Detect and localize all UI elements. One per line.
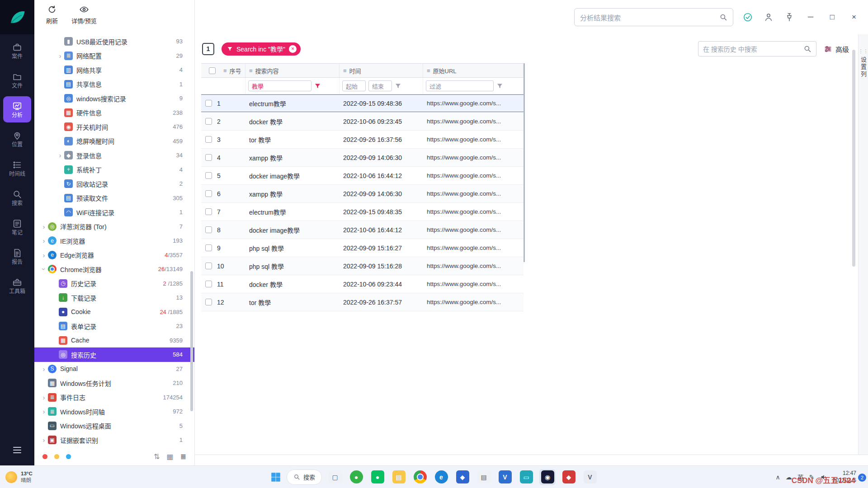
time-funnel-icon[interactable] [395, 83, 401, 89]
row-checkbox[interactable] [205, 299, 212, 305]
taskbar-search[interactable]: 搜索 [287, 469, 322, 485]
column-header-0[interactable]: ≡序号 [201, 64, 245, 77]
chevron-right-icon[interactable]: › [40, 394, 48, 401]
close-button[interactable]: × [847, 13, 861, 22]
advanced-button[interactable]: 高级 [824, 44, 849, 54]
taskbar-app-file-explorer[interactable]: ▤ [391, 469, 407, 485]
table-row[interactable]: 9php sql 教學2022-09-09 15:16:27https://ww… [201, 239, 524, 257]
table-row[interactable]: 7electrum教學2022-09-15 09:48:35https://ww… [201, 203, 524, 221]
sidebar-item-notes[interactable]: 笔记 [3, 214, 31, 240]
row-checkbox[interactable] [205, 172, 212, 179]
weather-widget[interactable]: 13°C 晴朗 [5, 470, 33, 483]
tree-item-screen-wake[interactable]: ◐熄屏唤醒时间459 [34, 134, 194, 149]
row-checkbox[interactable] [205, 244, 212, 251]
global-search-input[interactable]: 分析结果搜索 [574, 8, 733, 26]
clock[interactable]: 12:47 2022/11/5 [833, 470, 857, 484]
sidebar-item-search[interactable]: 搜索 [3, 184, 31, 211]
tree-item-search-history[interactable]: ◎搜索历史584 [34, 347, 194, 362]
table-row[interactable]: 11docker 教學2022-10-06 09:23:44https://ww… [201, 275, 524, 293]
row-checkbox[interactable] [205, 100, 212, 107]
send-status-button[interactable] [741, 11, 754, 23]
select-all-checkbox[interactable] [209, 67, 216, 74]
tray-cloud[interactable]: ☁ [786, 474, 792, 481]
filter-chip[interactable]: Search inc "教學" × [222, 42, 301, 56]
tray-pen[interactable]: ✎ [809, 474, 815, 481]
taskbar-app-forensic-tool[interactable]: ◉ [539, 469, 556, 485]
column-header-3[interactable]: ≡原始URL [423, 64, 524, 77]
tree-item-evidence-nested[interactable]: ›▣证据嵌套识别1 [34, 433, 194, 447]
tray-chevron-up[interactable]: ∧ [776, 474, 780, 481]
table-row[interactable]: 5docker image教學2022-10-06 16:44:12https:… [201, 167, 524, 185]
sidebar-item-analysis[interactable]: 分析 [3, 96, 31, 122]
pin-button[interactable] [783, 11, 796, 23]
sidebar-item-location[interactable]: 位置 [3, 126, 31, 152]
table-row[interactable]: 2docker 教學2022-10-06 09:23:45https://www… [201, 113, 524, 131]
row-checkbox[interactable] [205, 226, 212, 233]
url-funnel-icon[interactable] [496, 83, 503, 89]
row-checkbox[interactable] [205, 136, 212, 143]
row-checkbox[interactable] [205, 263, 212, 269]
list-view-icon[interactable]: ≣ [180, 452, 186, 461]
table-row[interactable]: 8docker image教學2022-10-06 16:44:12https:… [201, 221, 524, 239]
grid-view-icon[interactable]: ▦ [166, 452, 173, 461]
minimize-button[interactable]: ─ [804, 13, 817, 22]
table-row[interactable]: 1electrum教學2022-09-15 09:48:36https://ww… [201, 94, 524, 113]
user-button[interactable] [762, 11, 775, 23]
row-checkbox[interactable] [205, 154, 212, 161]
chip-close-icon[interactable]: × [289, 45, 297, 53]
chevron-right-icon[interactable]: › [40, 365, 48, 373]
split-view-icon[interactable]: ⇅ [154, 452, 160, 461]
sidebar-item-toolbox[interactable]: 工具箱 [3, 272, 31, 299]
tree-item-form-records[interactable]: ▤表单记录23 [34, 319, 194, 333]
sidebar-item-case[interactable]: 案件 [3, 38, 31, 64]
tree-item-edge-browser[interactable]: ›eEdge浏览器4/3557 [34, 248, 194, 263]
column-header-1[interactable]: ≡搜索内容 [245, 64, 340, 77]
chevron-right-icon[interactable]: › [40, 436, 48, 444]
table-search-input[interactable]: 在 搜索历史 中搜索 [698, 41, 816, 56]
tray-speaker[interactable] [820, 474, 827, 481]
taskbar-app-wps[interactable]: ◆ [454, 469, 471, 485]
tree-item-ie-browser[interactable]: ›eIE浏览器193 [34, 234, 194, 248]
maximize-button[interactable]: □ [826, 13, 839, 22]
sidebar-item-files[interactable]: 文件 [3, 67, 31, 93]
search-icon[interactable] [803, 45, 811, 53]
taskbar-app-v-app[interactable]: V [497, 469, 513, 485]
tree-item-recycle-bin[interactable]: ↻回收站记录2 [34, 177, 194, 191]
chevron-down-icon[interactable]: › [40, 265, 48, 273]
content-funnel-icon[interactable] [314, 83, 321, 89]
tree-item-power-time[interactable]: ◉开关机时间476 [34, 120, 194, 134]
row-checkbox[interactable] [205, 208, 212, 215]
row-checkbox[interactable] [205, 190, 212, 197]
tree-item-cache[interactable]: ▦Cache9359 [34, 333, 194, 348]
yellow-dot[interactable] [54, 454, 59, 459]
tree-item-history[interactable]: ◷历史记录2 /1285 [34, 277, 194, 291]
tree-item-usb-recent[interactable]: ▮USB最近使用记录93 [34, 34, 194, 49]
taskbar-app-edge[interactable]: e [433, 469, 449, 485]
tree-item-network-share[interactable]: ▥网络共享4 [34, 63, 194, 77]
taskbar-app-task-view[interactable]: ▢ [327, 469, 343, 485]
chevron-right-icon[interactable]: › [40, 251, 48, 259]
tree-item-cookie[interactable]: ●Cookie24 /1885 [34, 305, 194, 319]
content-filter-input[interactable]: 教學 [248, 80, 311, 91]
refresh-button[interactable]: 刷新 [46, 5, 58, 25]
row-checkbox[interactable] [205, 281, 212, 287]
settings-columns-tab[interactable]: 设置列 [859, 56, 868, 78]
table-scrollbar[interactable] [524, 63, 525, 262]
tray-input-method[interactable]: 英 [797, 473, 804, 482]
sidebar-item-report[interactable]: 报告 [3, 243, 31, 269]
tree-item-event-log[interactable]: ›≣事件日志174254 [34, 390, 194, 405]
tree-item-signal[interactable]: ›SSignal27 [34, 362, 194, 376]
tree-item-remote-desktop[interactable]: ▭Windows远程桌面5 [34, 419, 194, 433]
search-icon[interactable] [719, 13, 727, 21]
tree-item-prefetch[interactable]: ▤预读取文件305 [34, 191, 194, 206]
preview-button[interactable]: 详情/预览 [71, 5, 97, 25]
notification-badge[interactable]: 2 [858, 474, 866, 482]
tree-item-tor-browser[interactable]: ›◎洋葱浏览器 (Tor)7 [34, 220, 194, 234]
tree-item-downloads[interactable]: ↓下载记录13 [34, 291, 194, 305]
tree-scrollbar[interactable] [190, 271, 193, 411]
column-header-2[interactable]: ≡时间 [340, 64, 423, 77]
chevron-right-icon[interactable]: › [56, 52, 64, 60]
taskbar-app-red-app[interactable]: ◆ [561, 469, 577, 485]
tree-item-windows-search[interactable]: ◎windows搜索记录9 [34, 91, 194, 106]
time-start-input[interactable]: 起始 [342, 80, 366, 91]
